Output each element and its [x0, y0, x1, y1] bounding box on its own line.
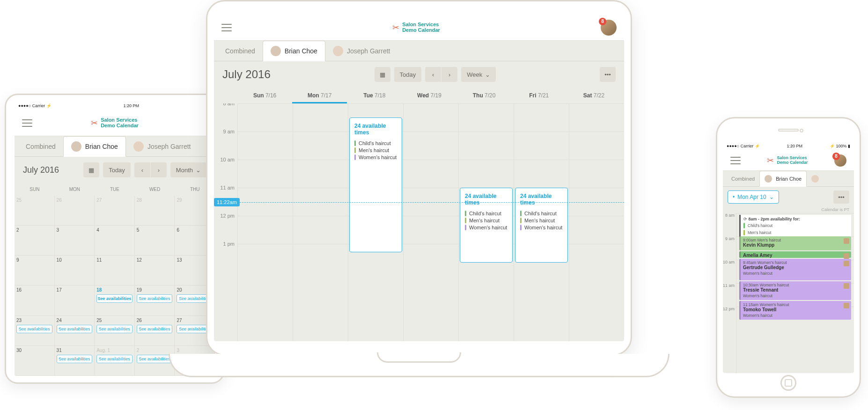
- month-cell[interactable]: 19See availabilities: [135, 286, 175, 315]
- appointment[interactable]: 9:45am Women's haircutGertrude GulledgeW…: [739, 259, 851, 280]
- see-availabilities-button[interactable]: See availabilities: [96, 355, 132, 363]
- grid-icon[interactable]: ▦: [375, 67, 390, 82]
- see-availabilities-button[interactable]: See availabilities: [16, 325, 52, 333]
- appointment[interactable]: Amelia Amey: [739, 251, 851, 258]
- see-availabilities-button[interactable]: See availabilities: [137, 294, 173, 303]
- month-cell[interactable]: 25: [15, 196, 55, 226]
- home-button[interactable]: [780, 375, 796, 391]
- month-cell[interactable]: 2See availabilities: [135, 346, 175, 376]
- avatar: [765, 175, 772, 183]
- toolbar: • Mon Apr 10 ⌄ •••: [723, 187, 854, 207]
- tab-combined[interactable]: Combined: [727, 171, 759, 186]
- dow-label: TUE: [95, 183, 135, 196]
- toolbar: July 2016 ▦ Today ‹ › Week ⌄ •••: [214, 61, 624, 88]
- day-column[interactable]: 24 available timesChild's haircutMen's h…: [348, 103, 403, 341]
- menu-icon[interactable]: [730, 157, 741, 164]
- menu-icon[interactable]: [22, 119, 32, 127]
- month-cell[interactable]: 28: [135, 196, 175, 226]
- month-cell[interactable]: 4: [95, 226, 135, 256]
- avatar: [71, 141, 81, 152]
- profile-avatar[interactable]: 8: [601, 20, 617, 36]
- notification-badge: 8: [832, 153, 840, 160]
- dow-label: WED: [135, 183, 175, 196]
- day-header: Sun 7/16: [237, 88, 292, 103]
- tab-brian[interactable]: Brian Choe: [263, 41, 325, 61]
- grid-icon[interactable]: ▦: [83, 162, 99, 177]
- month-cell[interactable]: 16: [15, 286, 55, 315]
- month-cell[interactable]: 26: [55, 196, 95, 226]
- app-bar: ✂ Salon ServicesDemo Calendar: [15, 110, 215, 136]
- month-cell[interactable]: 5: [135, 226, 175, 256]
- avatar: [271, 46, 281, 56]
- battery: ⚡ 100% ▮: [830, 144, 850, 148]
- more-button[interactable]: •••: [833, 190, 849, 204]
- month-cell[interactable]: 24See availabilities: [55, 316, 95, 346]
- day-header: Fri 7/21: [512, 88, 566, 103]
- more-button[interactable]: •••: [600, 67, 616, 82]
- tab-combined[interactable]: Combined: [218, 41, 263, 61]
- see-availabilities-button[interactable]: See availabilities: [96, 325, 132, 333]
- see-availabilities-button[interactable]: See availabilities: [137, 325, 173, 333]
- prev-button[interactable]: ‹: [425, 67, 441, 82]
- month-cell[interactable]: 17: [55, 286, 95, 315]
- appointment[interactable]: 9:00am Men's haircutKevin Klumpp: [739, 236, 851, 250]
- today-button[interactable]: Today: [103, 162, 131, 177]
- month-cell[interactable]: 9: [15, 256, 55, 286]
- tab-joseph[interactable]: Joseph Garrett: [325, 41, 398, 61]
- see-availabilities-button[interactable]: See availabilities: [96, 294, 132, 303]
- today-button[interactable]: Today: [394, 67, 422, 82]
- appointment[interactable]: 11:15am Women's haircutTomoko TowellWome…: [739, 301, 851, 320]
- month-cell[interactable]: 31See availabilities: [55, 346, 95, 376]
- day-column[interactable]: [237, 103, 293, 341]
- month-cell[interactable]: 26See availabilities: [135, 316, 175, 346]
- see-availabilities-button[interactable]: See availabilities: [137, 355, 173, 363]
- hour-label: 11 am: [723, 283, 736, 307]
- availability-card[interactable]: 24 available timesChild's haircutMen's h…: [515, 188, 568, 263]
- date-dropdown[interactable]: • Mon Apr 10 ⌄: [728, 190, 779, 204]
- notification-badge: 8: [599, 18, 606, 25]
- day-column[interactable]: 24 available timesChild's haircutMen's h…: [458, 103, 514, 341]
- menu-icon[interactable]: [221, 24, 232, 31]
- tablet-device: ●●●●○ Carrier ⚡ 1:20 PM ✂ Salon Services…: [5, 94, 225, 384]
- see-availabilities-button[interactable]: See availabilities: [57, 325, 93, 333]
- month-cell[interactable]: 25See availabilities: [95, 316, 135, 346]
- avatar: [133, 141, 144, 152]
- tab-joseph[interactable]: [807, 171, 824, 186]
- tab-brian[interactable]: Brian Choe: [63, 136, 126, 157]
- hour-label: 10 am: [723, 260, 736, 283]
- month-cell[interactable]: 2: [15, 226, 55, 256]
- tab-joseph[interactable]: Joseph Garrett: [126, 136, 199, 156]
- month-cell[interactable]: 11: [95, 256, 135, 286]
- day-column[interactable]: [403, 103, 458, 341]
- prev-button[interactable]: ‹: [134, 162, 150, 177]
- tab-brian[interactable]: Brian Choe: [759, 171, 807, 187]
- appointment[interactable]: 10:30am Women's haircutTressie TennantWo…: [739, 281, 851, 300]
- clock: 1:20 PM: [124, 103, 140, 108]
- month-cell[interactable]: 18See availabilities: [95, 286, 135, 315]
- scissors-icon: ✂: [392, 22, 399, 33]
- month-cell[interactable]: Aug. 1See availabilities: [95, 346, 135, 376]
- month-cell[interactable]: 23See availabilities: [15, 316, 55, 346]
- profile-avatar[interactable]: 8: [834, 154, 846, 167]
- day-column[interactable]: [569, 103, 624, 341]
- month-cell[interactable]: 30: [15, 346, 55, 376]
- day-header: Wed 7/19: [402, 88, 456, 103]
- day-column[interactable]: [293, 103, 348, 341]
- hour-label: 10 am: [214, 157, 237, 185]
- month-cell[interactable]: 12: [135, 256, 175, 286]
- availability-card[interactable]: 24 available timesChild's haircutMen's h…: [349, 117, 402, 252]
- tab-combined[interactable]: Combined: [18, 136, 63, 156]
- month-cell[interactable]: 10: [55, 256, 95, 286]
- brand-logo: ✂ Salon ServicesDemo Calendar: [32, 117, 197, 128]
- next-button[interactable]: ›: [151, 162, 167, 177]
- hour-label: 12 pm: [723, 307, 736, 330]
- month-cell[interactable]: 3: [55, 226, 95, 256]
- day-column[interactable]: 24 available timesChild's haircutMen's h…: [514, 103, 569, 341]
- availability-card[interactable]: 24 available timesChild's haircutMen's h…: [460, 188, 513, 263]
- view-dropdown[interactable]: Month ⌄: [170, 162, 206, 177]
- see-availabilities-button[interactable]: See availabilities: [57, 355, 93, 363]
- next-button[interactable]: ›: [441, 67, 457, 82]
- scissors-icon: ✂: [767, 155, 774, 166]
- view-dropdown[interactable]: Week ⌄: [461, 67, 496, 82]
- month-cell[interactable]: 27: [95, 196, 135, 226]
